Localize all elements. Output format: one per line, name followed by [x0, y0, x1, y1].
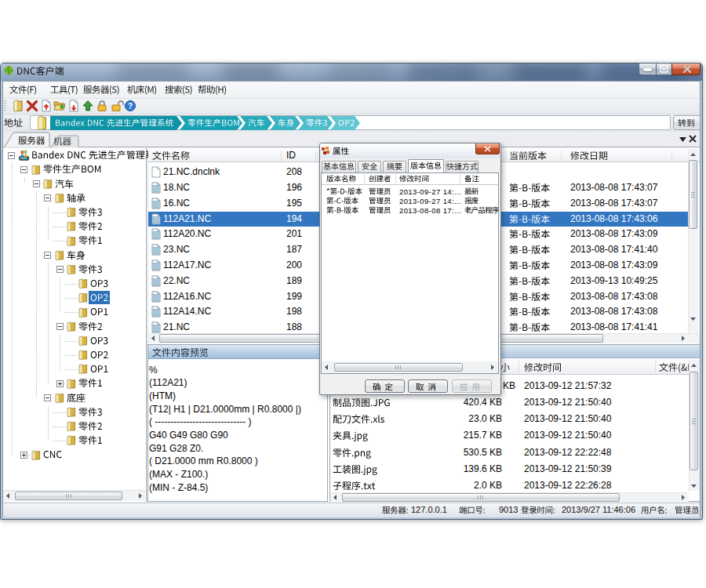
- svg-text:?: ?: [128, 102, 133, 111]
